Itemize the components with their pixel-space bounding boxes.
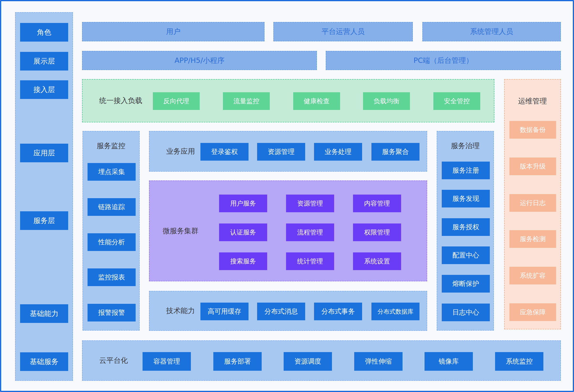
gov-item-log-center: 日志中心 (442, 304, 490, 321)
microservice-cluster-title: 微服务集群 (154, 181, 207, 281)
role-box-user: 用户 (82, 22, 265, 41)
service-governance-section: 服务治理 服务注册 服务发现 服务授权 配置中心 熔断保护 日志中心 (437, 131, 494, 331)
access-load-title: 统一接入负载 (92, 79, 149, 122)
service-monitoring-title: 服务监控 (83, 139, 139, 153)
cloud-item-container-mgmt: 容器管理 (143, 352, 191, 371)
business-item-resource-mgmt: 资源管理 (257, 143, 305, 161)
sidebar-item-basic-capability: 基础能力 (20, 304, 68, 323)
gov-item-service-register: 服务注册 (442, 162, 490, 179)
ms-item-content-mgmt: 内容管理 (353, 195, 401, 212)
cloud-platform-section: 云平台化 容器管理 服务部署 资源调度 弹性伸缩 镜像库 系统监控 (82, 340, 561, 381)
gov-item-config-center: 配置中心 (442, 246, 490, 264)
monitor-item-link-tracing: 链路追踪 (87, 198, 136, 216)
access-item-security-control: 安全管控 (433, 92, 480, 110)
monitor-item-alarm: 报警报警 (87, 304, 136, 321)
gov-item-circuit-breaker: 熔断保护 (442, 275, 490, 293)
monitor-item-tracking-collection: 埋点采集 (87, 163, 136, 181)
business-application-title: 业务应用 (154, 132, 207, 171)
sidebar-item-presentation-layer: 展示层 (20, 52, 68, 71)
monitor-item-performance-analysis: 性能分析 (87, 233, 136, 251)
cloud-item-system-monitor: 系统监控 (495, 352, 543, 371)
service-monitoring-section: 服务监控 埋点采集 链路追踪 性能分析 监控报表 报警报警 (82, 131, 140, 331)
business-item-login-auth: 登录鉴权 (200, 143, 248, 161)
ops-item-data-backup: 数据备份 (510, 121, 556, 139)
ms-item-auth-service: 认证服务 (219, 223, 267, 241)
ms-item-user-service: 用户服务 (219, 195, 267, 212)
business-application-section: 业务应用 登录鉴权 资源管理 业务处理 服务聚合 (149, 131, 427, 172)
tech-item-ha-cache: 高可用缓存 (200, 303, 248, 320)
ms-item-permission-mgmt: 权限管理 (353, 223, 401, 241)
sidebar-item-basic-service: 基础服务 (20, 352, 68, 371)
client-box-app-h5-miniprogram: APP/H5/小程序 (82, 51, 317, 70)
ops-item-emergency-support: 应急保障 (510, 303, 556, 321)
ops-item-version-upgrade: 版本升级 (510, 157, 556, 175)
sidebar-item-application-layer: 应用层 (20, 144, 68, 162)
tech-item-distributed-message: 分布式消息 (257, 303, 305, 320)
cloud-item-elastic-scaling: 弹性伸缩 (354, 352, 403, 371)
ops-item-system-scaling: 系统扩容 (510, 267, 556, 284)
tech-item-distributed-transaction: 分布式事务 (314, 303, 362, 320)
tech-item-distributed-database: 分布式数据库 (371, 303, 419, 320)
ms-item-resource-mgmt: 资源管理 (286, 195, 334, 212)
business-item-service-aggregation: 服务聚合 (371, 143, 419, 161)
business-item-business-process: 业务处理 (314, 143, 362, 161)
gov-item-service-discovery: 服务发现 (442, 190, 490, 207)
ms-item-process-mgmt: 流程管理 (286, 223, 334, 241)
monitor-item-monitor-report: 监控报表 (87, 268, 136, 286)
ms-item-stats-mgmt: 统计管理 (286, 253, 334, 270)
access-load-section: 统一接入负载 反向代理 流量监控 健康检查 负载均衡 安全管控 (82, 79, 494, 122)
technical-capability-title: 技术能力 (154, 291, 207, 330)
client-box-pc-admin: PC端（后台管理） (326, 51, 561, 70)
cloud-item-resource-scheduling: 资源调度 (284, 352, 332, 371)
ops-item-runtime-log: 运行日志 (510, 194, 556, 212)
cloud-platform-title: 云平台化 (87, 341, 140, 380)
ops-management-title: 运维管理 (505, 94, 560, 108)
cloud-item-service-deploy: 服务部署 (213, 352, 262, 371)
technical-capability-section: 技术能力 高可用缓存 分布式消息 分布式事务 分布式数据库 (149, 291, 427, 331)
architecture-diagram: 角色 展示层 接入层 应用层 服务层 基础能力 基础服务 用户 平台运营人员 系… (0, 0, 574, 392)
ops-item-service-detection: 服务检测 (510, 230, 556, 248)
gov-item-service-authorization: 服务授权 (442, 218, 490, 236)
ops-management-section: 运维管理 数据备份 版本升级 运行日志 服务检测 系统扩容 应急保障 (504, 79, 561, 329)
sidebar-item-access-layer: 接入层 (20, 80, 68, 99)
access-item-traffic-monitor: 流量监控 (223, 92, 270, 110)
role-box-system-admin: 系统管理人员 (422, 22, 561, 41)
role-box-platform-operator: 平台运营人员 (273, 22, 413, 41)
service-governance-title: 服务治理 (437, 139, 493, 153)
sidebar-item-service-layer: 服务层 (20, 211, 68, 230)
microservice-cluster-section: 微服务集群 用户服务 资源管理 内容管理 认证服务 流程管理 权限管理 搜索服务… (149, 180, 427, 281)
access-item-health-check: 健康检查 (293, 92, 340, 110)
cloud-item-image-repo: 镜像库 (425, 352, 473, 371)
sidebar-item-role: 角色 (20, 23, 68, 41)
layer-sidebar: 角色 展示层 接入层 应用层 服务层 基础能力 基础服务 (15, 12, 73, 381)
access-item-load-balance: 负载均衡 (363, 92, 410, 110)
ms-item-search-service: 搜索服务 (219, 253, 267, 270)
access-item-reverse-proxy: 反向代理 (153, 92, 200, 110)
ms-item-system-settings: 系统设置 (353, 253, 401, 270)
